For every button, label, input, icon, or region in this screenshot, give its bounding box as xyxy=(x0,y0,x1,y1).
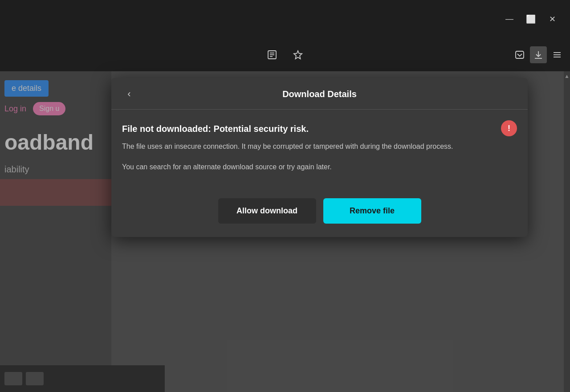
bottom-page-content xyxy=(0,365,165,392)
window-controls: — ⬜ ✕ xyxy=(505,15,570,24)
bookmark-star-icon[interactable] xyxy=(289,46,306,63)
menu-icon[interactable] xyxy=(549,46,566,63)
toolbar-right-icons xyxy=(511,38,570,71)
svg-rect-5 xyxy=(516,51,524,58)
scroll-up-arrow[interactable]: ▲ xyxy=(564,73,570,79)
dialog-header: ‹ Download Details xyxy=(111,78,528,110)
dialog-body-text: The file uses an insecure connection. It… xyxy=(122,141,517,152)
remove-file-button[interactable]: Remove file xyxy=(323,198,421,224)
browser-toolbar xyxy=(0,38,570,71)
title-bar: — ⬜ ✕ xyxy=(0,0,570,38)
downloads-icon[interactable] xyxy=(530,46,547,63)
dialog-back-button[interactable]: ‹ xyxy=(122,87,136,101)
reader-icon[interactable] xyxy=(264,46,281,63)
close-button[interactable]: ✕ xyxy=(548,15,557,24)
dialog-heading: File not downloaded: Potential security … xyxy=(122,123,517,135)
allow-download-button[interactable]: Allow download xyxy=(218,198,316,224)
download-details-dialog: ‹ Download Details ! File not downloaded… xyxy=(111,78,528,237)
toolbar-center-icons xyxy=(264,46,306,63)
scrollbar[interactable]: ▲ xyxy=(564,71,570,392)
pocket-icon[interactable] xyxy=(511,46,528,63)
svg-marker-4 xyxy=(294,51,302,59)
dialog-body: ! File not downloaded: Potential securit… xyxy=(111,110,528,198)
bottom-button-2 xyxy=(26,372,44,385)
dialog-actions: Allow download Remove file xyxy=(111,198,528,237)
minimize-button[interactable]: — xyxy=(505,15,514,24)
bottom-button-1 xyxy=(4,372,22,385)
dialog-sub-text: You can search for an alternate download… xyxy=(122,161,517,173)
maximize-button[interactable]: ⬜ xyxy=(526,15,535,24)
warning-icon: ! xyxy=(501,120,517,136)
dialog-title: Download Details xyxy=(143,89,517,99)
